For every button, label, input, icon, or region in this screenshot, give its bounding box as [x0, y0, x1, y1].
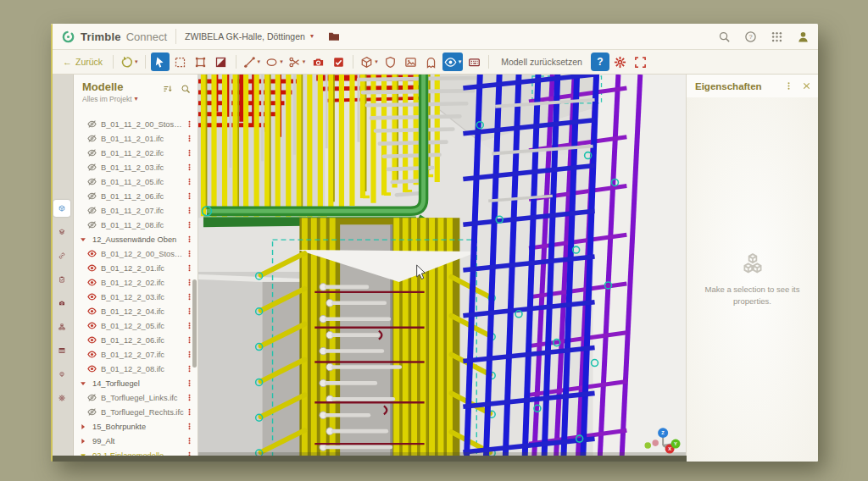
shape-tool-button[interactable]: ▾: [264, 53, 285, 71]
model-row[interactable]: B_01_11_2_02.ifc: [74, 146, 198, 160]
model-group-row[interactable]: 14_Torfluegel: [74, 376, 198, 390]
model-row[interactable]: B_01_11_2_00_Stosseisen.ifc: [74, 117, 198, 131]
row-menu-icon[interactable]: [185, 235, 193, 244]
model-row[interactable]: B_01_12_2_01.ifc: [74, 261, 198, 275]
row-menu-icon[interactable]: [185, 393, 193, 402]
visibility-on-icon[interactable]: [87, 249, 97, 259]
image-note-button[interactable]: [402, 53, 420, 71]
visibility-on-icon[interactable]: [87, 292, 97, 302]
row-menu-icon[interactable]: [185, 379, 193, 388]
measure-tool-button[interactable]: ▾: [242, 53, 263, 71]
visibility-off-icon[interactable]: [87, 119, 97, 130]
model-row[interactable]: B_01_11_2_01.ifc: [74, 131, 198, 146]
rail-views-button[interactable]: [53, 295, 70, 312]
model-row[interactable]: B_01_12_2_02.ifc: [74, 275, 198, 290]
visibility-on-icon[interactable]: [87, 335, 97, 346]
fullscreen-button[interactable]: [632, 53, 650, 71]
visibility-off-icon[interactable]: [87, 177, 97, 187]
project-selector[interactable]: ZWIBELA GK-Halle, Döttingen ▾: [185, 30, 341, 43]
row-menu-icon[interactable]: [185, 220, 193, 229]
close-icon[interactable]: [802, 81, 811, 91]
visibility-off-icon[interactable]: [87, 134, 97, 144]
caret-down-icon[interactable]: [79, 379, 89, 389]
row-menu-icon[interactable]: [185, 436, 193, 445]
apps-grid-icon[interactable]: [771, 30, 783, 43]
model-group-row[interactable]: 99_Alt: [74, 434, 198, 448]
models-scope-selector[interactable]: Alles im Projekt ▾: [82, 95, 191, 103]
undo-button[interactable]: ▾: [119, 53, 140, 71]
keyboard-shortcuts-button[interactable]: [465, 53, 483, 71]
row-menu-icon[interactable]: [185, 148, 193, 158]
help-tips-button[interactable]: ?: [591, 53, 609, 71]
visibility-off-icon[interactable]: [87, 163, 97, 173]
visibility-on-icon[interactable]: [87, 278, 97, 288]
row-menu-icon[interactable]: [185, 119, 193, 129]
model-row[interactable]: B_01_12_2_07.ifc: [74, 347, 198, 362]
row-menu-icon[interactable]: [185, 177, 193, 186]
caret-down-icon[interactable]: [79, 235, 89, 245]
model-row[interactable]: B_01_12_2_05.ifc: [74, 318, 198, 333]
back-button[interactable]: ←Zurück: [58, 53, 108, 71]
rail-models-button[interactable]: [53, 200, 70, 217]
sort-icon[interactable]: [163, 84, 173, 94]
view-cube-button[interactable]: ▾: [359, 53, 380, 71]
crop-view-button[interactable]: [192, 53, 210, 71]
model-row[interactable]: B_01_12_2_08.ifc: [74, 362, 198, 376]
rail-layers-button[interactable]: [53, 224, 70, 240]
rail-organizer-button[interactable]: [53, 318, 70, 335]
visibility-on-icon[interactable]: [87, 321, 97, 331]
row-menu-icon[interactable]: [185, 163, 193, 172]
ghost-mode-button[interactable]: [422, 53, 441, 71]
visibility-off-icon[interactable]: [87, 148, 97, 158]
model-row[interactable]: B_01_11_2_05.ifc: [74, 174, 198, 189]
visibility-on-icon[interactable]: [87, 307, 97, 317]
caret-right-icon[interactable]: [79, 422, 89, 432]
row-menu-icon[interactable]: [185, 263, 193, 273]
search-icon[interactable]: [718, 30, 731, 43]
rail-links-button[interactable]: [53, 247, 70, 264]
rail-todo-button[interactable]: [53, 271, 70, 288]
help-icon[interactable]: [744, 30, 757, 43]
model-row[interactable]: B_01_11_2_03.ifc: [74, 160, 198, 174]
visibility-off-icon[interactable]: [87, 407, 97, 417]
visibility-off-icon[interactable]: [87, 191, 97, 202]
kebab-menu-icon[interactable]: [784, 81, 793, 91]
model-row[interactable]: B_01_11_2_08.ifc: [74, 218, 198, 232]
visibility-on-icon[interactable]: [87, 350, 97, 360]
model-row[interactable]: B_01_12_2_03.ifc: [74, 290, 198, 304]
snapshot-button[interactable]: [309, 53, 327, 71]
visibility-off-icon[interactable]: [87, 220, 97, 230]
model-row[interactable]: B_01_12_2_04.ifc: [74, 304, 198, 318]
rail-settings-button[interactable]: [53, 390, 70, 406]
visibility-off-icon[interactable]: [87, 206, 97, 216]
section-cut-button[interactable]: ▾: [287, 53, 308, 71]
visibility-button[interactable]: ▾: [442, 53, 464, 71]
project-folder-icon[interactable]: [327, 30, 341, 43]
model-group-row[interactable]: 12_Aussenwände Oben: [74, 232, 198, 246]
row-menu-icon[interactable]: [185, 206, 193, 215]
visibility-on-icon[interactable]: [87, 364, 97, 374]
scene-3d[interactable]: ZXY: [198, 75, 686, 462]
model-row[interactable]: B_Torfluegel_Links.ifc: [74, 390, 198, 405]
model-row[interactable]: B_01_12_2_00_Stosseisen.ifc: [74, 246, 198, 261]
marquee-select-button[interactable]: [171, 53, 190, 71]
protect-button[interactable]: [381, 53, 400, 71]
visibility-on-icon[interactable]: [87, 263, 97, 274]
caret-right-icon[interactable]: [79, 436, 89, 446]
row-menu-icon[interactable]: [185, 134, 193, 143]
models-scrollbar[interactable]: [192, 279, 197, 368]
reset-model-button[interactable]: Modell zurücksetzen: [494, 57, 589, 67]
app-logo[interactable]: Trimble Connect: [61, 30, 167, 44]
rail-table-button[interactable]: [53, 342, 70, 359]
model-row[interactable]: B_01_11_2_06.ifc: [74, 189, 198, 203]
settings-button[interactable]: [611, 53, 630, 71]
model-row[interactable]: B_01_11_2_07.ifc: [74, 203, 198, 218]
select-tool-button[interactable]: [151, 53, 170, 71]
visibility-off-icon[interactable]: [87, 393, 97, 403]
viewport-3d[interactable]: ZXY: [198, 75, 686, 462]
row-menu-icon[interactable]: [185, 191, 193, 201]
model-row[interactable]: B_Torfluegel_Rechts.ifc: [74, 405, 198, 419]
model-group-row[interactable]: 15_Bohrpunkte: [74, 419, 198, 434]
account-avatar[interactable]: [797, 30, 810, 43]
contrast-mode-button[interactable]: [212, 53, 231, 71]
